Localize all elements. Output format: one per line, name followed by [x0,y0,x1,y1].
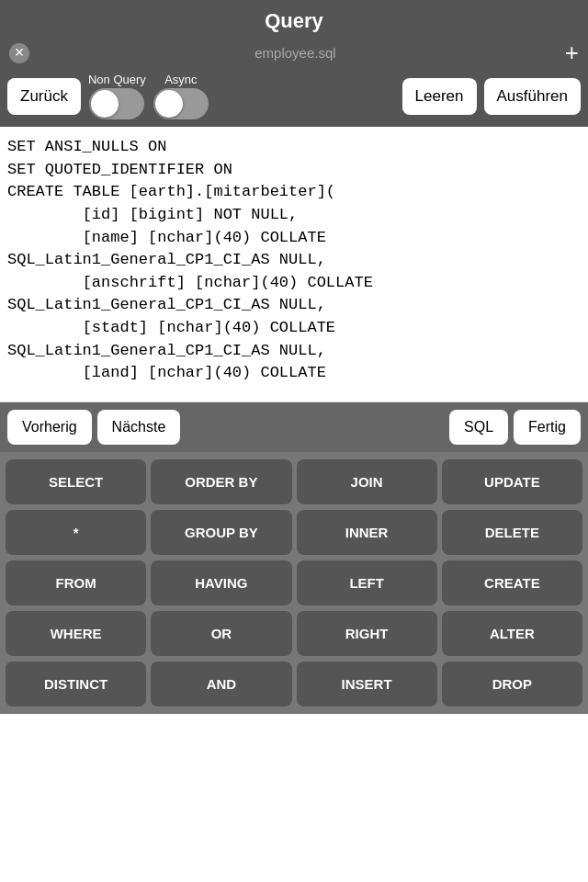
kb-btn-left[interactable]: LEFT [297,560,437,605]
code-editor[interactable]: SET ANSI_NULLS ON SET QUOTED_IDENTIFIER … [0,127,588,402]
kb-btn-*[interactable]: * [6,510,146,555]
async-knob [155,90,183,118]
code-content: SET ANSI_NULLS ON SET QUOTED_IDENTIFIER … [7,136,581,385]
async-label: Async [164,73,197,86]
toggle-row: Zurück Non Query Async Leeren Ausführen [0,73,588,127]
non-query-toggle-group: Non Query [88,73,146,119]
nav-bar: Vorherig Nächste SQL Fertig [0,402,588,452]
keyboard: SELECTORDER BYJOINUPDATE*GROUP BYINNERDE… [0,452,588,714]
kb-btn-group-by[interactable]: GROUP BY [151,510,291,555]
keyboard-row-2: FROMHAVINGLEFTCREATE [4,560,584,605]
header: Query [0,0,588,39]
prev-button[interactable]: Vorherig [7,410,92,445]
keyboard-row-0: SELECTORDER BYJOINUPDATE [4,459,584,504]
kb-btn-select[interactable]: SELECT [6,459,146,504]
kb-btn-join[interactable]: JOIN [297,459,437,504]
kb-btn-delete[interactable]: DELETE [442,510,582,555]
tab-add-icon[interactable]: + [565,39,579,67]
back-button[interactable]: Zurück [7,78,81,115]
kb-btn-from[interactable]: FROM [6,560,146,605]
non-query-knob [91,90,119,118]
kb-btn-create[interactable]: CREATE [442,560,582,605]
non-query-toggle[interactable] [89,88,144,119]
tab-filename[interactable]: employee.sql [33,45,558,61]
async-toggle-group: Async [153,73,209,119]
keyboard-row-3: WHEREORRIGHTALTER [4,611,584,656]
tab-bar: × employee.sql + [0,39,588,73]
clear-button[interactable]: Leeren [402,78,477,115]
tab-close-icon[interactable]: × [9,43,29,63]
keyboard-row-1: *GROUP BYINNERDELETE [4,510,584,555]
header-title: Query [265,9,323,33]
kb-btn-drop[interactable]: DROP [442,662,582,707]
kb-btn-right[interactable]: RIGHT [297,611,437,656]
next-button[interactable]: Nächste [97,410,181,445]
async-toggle[interactable] [153,88,209,119]
kb-btn-alter[interactable]: ALTER [442,611,582,656]
kb-btn-inner[interactable]: INNER [297,510,437,555]
kb-btn-having[interactable]: HAVING [151,560,291,605]
kb-btn-where[interactable]: WHERE [6,611,146,656]
kb-btn-and[interactable]: AND [151,662,291,707]
keyboard-row-4: DISTINCTANDINSERTDROP [4,662,584,707]
kb-btn-insert[interactable]: INSERT [297,662,437,707]
done-button[interactable]: Fertig [514,410,581,445]
kb-btn-or[interactable]: OR [151,611,291,656]
kb-btn-update[interactable]: UPDATE [442,459,582,504]
sql-button[interactable]: SQL [449,410,508,445]
kb-btn-distinct[interactable]: DISTINCT [6,662,146,707]
non-query-label: Non Query [88,73,146,86]
kb-btn-order-by[interactable]: ORDER BY [151,459,291,504]
run-button[interactable]: Ausführen [484,78,582,115]
